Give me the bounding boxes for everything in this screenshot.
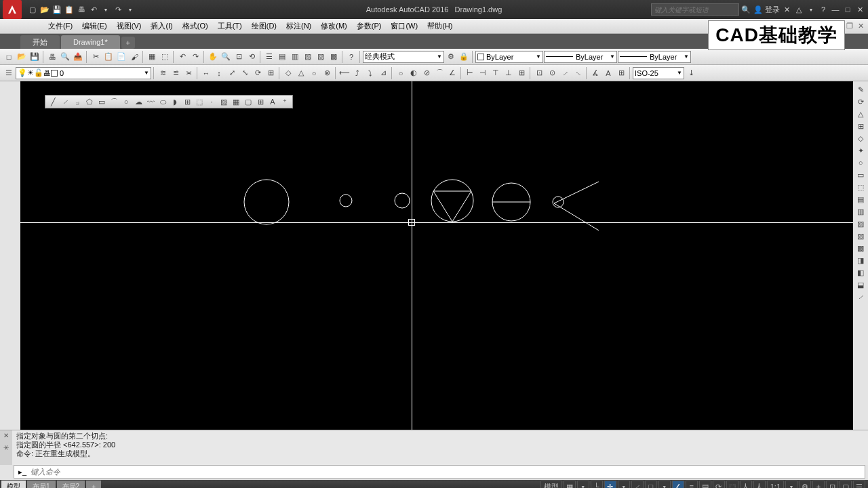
props-icon[interactable]: ☰ xyxy=(263,51,275,63)
block-icon[interactable]: ▦ xyxy=(146,51,158,63)
menu-file[interactable]: 文件(F) xyxy=(44,20,77,33)
drawing-canvas[interactable]: ╱ ⟋ ⟓ ⬠ ▭ ⌒ ○ ☁ 〰 ⬭ ◗ ⊞ ⬚ · ▨ ▦ ▢ ⊞ A ⁺ xyxy=(20,81,853,430)
tool-pal-icon[interactable]: ▥ xyxy=(289,51,301,63)
dim12-icon[interactable]: ⊤ xyxy=(490,67,502,79)
tab-layout2[interactable]: 布局2 xyxy=(57,481,85,488)
scale-dd-icon[interactable]: ▼ xyxy=(785,481,797,488)
modify3-icon[interactable]: ⤢ xyxy=(226,67,238,79)
ws-lock-icon[interactable]: 🔒 xyxy=(458,51,470,63)
layer-off-icon[interactable]: ≋ xyxy=(157,67,169,79)
dim15-icon[interactable]: ⊡ xyxy=(533,67,545,79)
rpal3-icon[interactable]: △ xyxy=(855,108,866,119)
undo-dd-icon[interactable]: ▼ xyxy=(100,4,111,15)
point-icon[interactable]: · xyxy=(206,96,217,107)
rpal5-icon[interactable]: ◇ xyxy=(855,133,866,144)
dim8-icon[interactable]: ⌒ xyxy=(433,67,446,79)
cmd-close-icon[interactable]: ✕ xyxy=(3,432,9,439)
polygon-icon[interactable]: ⬠ xyxy=(84,96,95,107)
xline-icon[interactable]: ⟋ xyxy=(60,96,71,107)
tab-add[interactable]: + xyxy=(121,37,135,49)
custom-icon[interactable]: ☰ xyxy=(853,481,865,488)
dimstyle-dropdown[interactable]: ISO-25▼ xyxy=(633,67,684,79)
redo-icon[interactable]: ↷ xyxy=(113,4,123,15)
color-dropdown[interactable]: ByLayer▼ xyxy=(475,51,543,63)
menu-edit[interactable]: 编辑(E) xyxy=(78,20,111,33)
rpal12-icon[interactable]: ▨ xyxy=(855,218,866,229)
dim2-icon[interactable]: ⤴ xyxy=(351,67,363,79)
menu-help[interactable]: 帮助(H) xyxy=(423,20,456,33)
gradient-icon[interactable]: ▦ xyxy=(231,96,241,107)
table-icon[interactable]: ⊞ xyxy=(255,96,266,107)
app-logo[interactable] xyxy=(3,0,22,19)
snap-dd-icon[interactable]: ▼ xyxy=(577,481,589,488)
redo2-icon[interactable]: ↷ xyxy=(189,51,201,63)
tab-drawing1[interactable]: Drawing1* xyxy=(61,35,120,49)
dim18-icon[interactable]: ⟍ xyxy=(572,67,584,79)
dim14-icon[interactable]: ⊞ xyxy=(515,67,528,79)
plot-icon[interactable]: 🖶 xyxy=(46,51,58,63)
rpal16-icon[interactable]: ◧ xyxy=(855,267,866,278)
redo-dd-icon[interactable]: ▼ xyxy=(125,4,136,15)
rpal11-icon[interactable]: ▥ xyxy=(855,206,866,217)
layer-iso-icon[interactable]: ≌ xyxy=(170,67,182,79)
menu-draw[interactable]: 绘图(D) xyxy=(248,20,281,33)
dim3-icon[interactable]: ⤵ xyxy=(364,67,376,79)
cmd-handle-icon[interactable]: ⚹ xyxy=(3,443,9,451)
layer-dropdown[interactable]: 💡 ☀ 🔓 🖶 0 ▼ xyxy=(16,67,151,79)
rpal9-icon[interactable]: ⬚ xyxy=(855,182,866,192)
line-icon[interactable]: ╱ xyxy=(47,96,58,107)
workspace-dropdown[interactable]: 经典模式▼ xyxy=(363,51,444,63)
login-link[interactable]: 登录 xyxy=(765,4,780,15)
rpal15-icon[interactable]: ◨ xyxy=(855,255,866,266)
insert-icon[interactable]: ⊞ xyxy=(182,96,193,107)
tab-model[interactable]: 模型 xyxy=(1,481,26,488)
polar-dd-icon[interactable]: ▼ xyxy=(618,481,630,488)
plus-icon[interactable]: + xyxy=(812,481,825,488)
save-icon[interactable]: 💾 xyxy=(52,4,62,15)
rpal14-icon[interactable]: ▩ xyxy=(855,243,866,253)
tab-layout-add[interactable]: + xyxy=(86,481,101,488)
copy-icon[interactable]: 📋 xyxy=(102,51,115,63)
exchange-icon[interactable]: ✕ xyxy=(781,4,792,15)
open-icon[interactable]: 📂 xyxy=(16,51,28,63)
ellipse-arc-icon[interactable]: ◗ xyxy=(170,96,180,107)
tab-layout1[interactable]: 布局1 xyxy=(27,481,56,488)
otrack-icon[interactable]: ∠ xyxy=(672,481,684,488)
print-icon[interactable]: 🖶 xyxy=(76,4,87,15)
paste-icon[interactable]: 📄 xyxy=(115,51,127,63)
rpal1-icon[interactable]: ✎ xyxy=(855,84,866,95)
rpal10-icon[interactable]: ▤ xyxy=(855,194,866,205)
max-icon[interactable]: ⊡ xyxy=(826,481,838,488)
status-model[interactable]: 模型 xyxy=(540,481,562,488)
menu-param[interactable]: 参数(P) xyxy=(353,20,386,33)
menu-view[interactable]: 视图(V) xyxy=(113,20,146,33)
rpal13-icon[interactable]: ▧ xyxy=(855,230,866,241)
osnap1-icon[interactable]: ◇ xyxy=(282,67,294,79)
help-dd-icon[interactable]: ▼ xyxy=(806,4,816,15)
saveas-icon[interactable]: 📋 xyxy=(64,4,75,15)
clean-icon[interactable]: ▢ xyxy=(840,481,852,488)
mtext-icon[interactable]: A xyxy=(267,96,278,107)
menu-insert[interactable]: 插入(I) xyxy=(146,20,176,33)
modify4-icon[interactable]: ⤡ xyxy=(239,67,251,79)
arc-icon[interactable]: ⌒ xyxy=(108,96,119,107)
dim4-icon[interactable]: ⊿ xyxy=(377,67,389,79)
modify5-icon[interactable]: ⟳ xyxy=(252,67,264,79)
cmd-prompt-icon[interactable]: ▸_ xyxy=(17,466,28,477)
user-icon[interactable]: 👤 xyxy=(753,4,764,15)
menu-tools[interactable]: 工具(T) xyxy=(214,20,246,33)
rpal7-icon[interactable]: ○ xyxy=(855,157,866,168)
dim21-icon[interactable]: ⊞ xyxy=(615,67,627,79)
rpal4-icon[interactable]: ⊞ xyxy=(855,121,866,131)
menu-window[interactable]: 窗口(W) xyxy=(387,20,422,33)
ellipse-icon[interactable]: ⬭ xyxy=(157,96,168,107)
dim9-icon[interactable]: ∠ xyxy=(446,67,458,79)
layer-mgr-icon[interactable]: ☰ xyxy=(3,67,15,79)
close-icon[interactable]: ✕ xyxy=(854,4,865,15)
menu-format[interactable]: 格式(O) xyxy=(178,20,212,33)
open-icon[interactable]: 📂 xyxy=(39,4,50,15)
cut-icon[interactable]: ✂ xyxy=(90,51,102,63)
osnap3-icon[interactable]: ○ xyxy=(308,67,320,79)
publish-icon[interactable]: 📤 xyxy=(72,51,84,63)
circle-icon[interactable]: ○ xyxy=(121,96,132,107)
